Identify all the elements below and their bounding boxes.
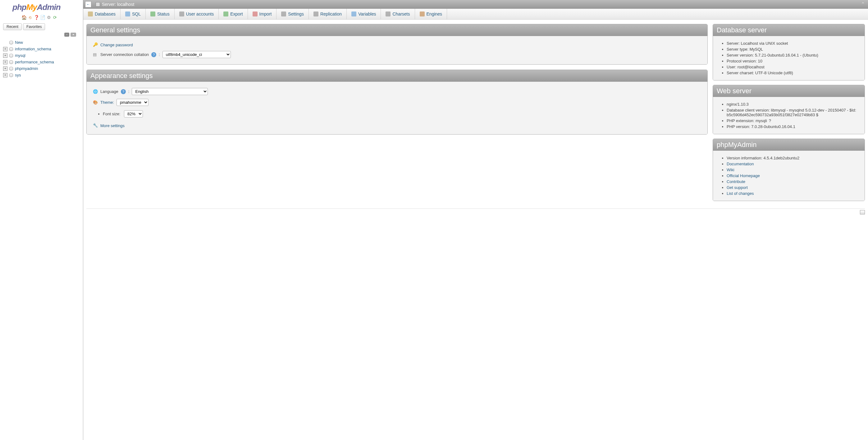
- language-select[interactable]: English: [132, 88, 208, 95]
- expand-icon[interactable]: +: [3, 60, 7, 64]
- pma-link-wiki[interactable]: Wiki: [727, 167, 735, 172]
- panel-title: Web server: [713, 85, 865, 97]
- tab-label: Import: [259, 11, 272, 17]
- language-label: Language: [100, 89, 118, 94]
- tree-db-sys[interactable]: +sys: [3, 72, 80, 78]
- sql-doc-icon[interactable]: 📄: [40, 14, 45, 20]
- tree-new[interactable]: New: [3, 39, 80, 46]
- collation-select[interactable]: utf8mb4_unicode_ci: [162, 51, 231, 58]
- topbar: ← Server: localhost ⌃: [83, 0, 868, 9]
- tab-settings[interactable]: Settings: [277, 9, 309, 19]
- help-icon[interactable]: ?: [151, 52, 156, 57]
- docs-icon[interactable]: ❓: [34, 14, 39, 20]
- expand-icon[interactable]: +: [3, 47, 7, 51]
- tab-user-accounts[interactable]: User accounts: [175, 9, 219, 19]
- general-settings-panel: General settings 🔑 Change password ▤ Ser…: [86, 24, 708, 65]
- main: ← Server: localhost ⌃ DatabasesSQLStatus…: [83, 0, 868, 440]
- database-icon: [9, 54, 14, 58]
- tab-replication[interactable]: Replication: [309, 9, 347, 19]
- version-info: Version information: 4.5.4.1deb2ubuntu2: [727, 155, 860, 161]
- change-password-link[interactable]: Change password: [100, 42, 133, 47]
- db-label: information_schema: [15, 46, 51, 51]
- tab-sql[interactable]: SQL: [121, 9, 146, 19]
- expand-icon[interactable]: +: [3, 54, 7, 58]
- tab-label: Replication: [320, 11, 342, 17]
- theme-select[interactable]: pmahomme: [117, 99, 149, 106]
- expand-icon[interactable]: +: [3, 66, 7, 71]
- wrench-icon: 🔧: [93, 123, 98, 128]
- database-icon: [88, 11, 93, 17]
- tab-engines[interactable]: Engines: [415, 9, 447, 19]
- panel-title: Database server: [713, 24, 865, 36]
- link-icon[interactable]: ⚭: [70, 33, 76, 37]
- info-item: Server charset: UTF-8 Unicode (utf8): [727, 70, 860, 76]
- sidebar: phpMyAdmin 🏠 ⎋ ❓ 📄 ⚙ ⟳ Recent Favorites …: [0, 0, 83, 440]
- info-item: Server type: MySQL: [727, 46, 860, 52]
- pma-link-get-support[interactable]: Get support: [727, 185, 748, 190]
- tab-export[interactable]: Export: [219, 9, 248, 19]
- tab-import[interactable]: Import: [248, 9, 277, 19]
- panel-title: Appearance settings: [87, 70, 707, 82]
- info-item: Server version: 5.7.21-0ubuntu0.16.04.1 …: [727, 52, 860, 58]
- page-settings-icon[interactable]: ⌃: [861, 1, 865, 7]
- list-item: Documentation: [727, 161, 860, 167]
- tab-label: Status: [157, 11, 169, 17]
- reload-icon[interactable]: ⟳: [52, 14, 58, 20]
- breadcrumb-label: Server: localhost: [102, 2, 134, 7]
- tree-db-mysql[interactable]: +mysql: [3, 52, 80, 59]
- tree-db-phpmyadmin[interactable]: +phpmyadmin: [3, 65, 80, 72]
- tab-label: Databases: [95, 11, 116, 17]
- list-item: Wiki: [727, 167, 860, 173]
- expand-icon[interactable]: +: [3, 73, 7, 77]
- nav-settings-icon[interactable]: ⚙: [46, 14, 52, 20]
- help-icon[interactable]: ?: [121, 89, 126, 94]
- pma-link-list-of-changes[interactable]: List of changes: [727, 191, 754, 196]
- db-server-list: Server: Localhost via UNIX socketServer …: [718, 40, 860, 76]
- logo[interactable]: phpMyAdmin: [0, 0, 83, 14]
- recent-tab[interactable]: Recent: [3, 23, 22, 30]
- panel-title: General settings: [87, 24, 707, 36]
- sidebar-toolbar: 🏠 ⎋ ❓ 📄 ⚙ ⟳: [0, 14, 83, 22]
- fontsize-select[interactable]: 82%: [124, 110, 143, 118]
- logo-php: php: [12, 2, 26, 12]
- db-label: performance_schema: [15, 60, 54, 64]
- tree-db-performance_schema[interactable]: +performance_schema: [3, 59, 80, 65]
- info-item: Database client version: libmysql - mysq…: [727, 107, 860, 118]
- tab-status[interactable]: Status: [146, 9, 175, 19]
- sql-icon: [125, 11, 130, 17]
- help-icon[interactable]: ?: [769, 118, 771, 123]
- tree-db-information_schema[interactable]: +information_schema: [3, 46, 80, 52]
- panel-title: phpMyAdmin: [713, 139, 865, 151]
- favorites-tab[interactable]: Favorites: [23, 23, 45, 30]
- footer: [86, 209, 865, 214]
- tab-variables[interactable]: Variables: [347, 9, 381, 19]
- info-item: User: root@localhost: [727, 64, 860, 70]
- logout-icon[interactable]: ⎋: [27, 14, 33, 20]
- pma-link-official-homepage[interactable]: Official Homepage: [727, 174, 760, 178]
- nav-back-button[interactable]: ←: [85, 1, 91, 7]
- list-item: Official Homepage: [727, 173, 860, 179]
- tab-label: Variables: [358, 11, 376, 17]
- database-icon: [9, 60, 14, 64]
- web-server-list: nginx/1.10.3Database client version: lib…: [718, 101, 860, 130]
- collapse-all-icon[interactable]: −: [64, 33, 69, 37]
- tab-charsets[interactable]: Charsets: [381, 9, 415, 19]
- pma-list: Version information: 4.5.4.1deb2ubuntu2D…: [718, 155, 860, 196]
- recent-favorites-tabs: Recent Favorites: [0, 22, 83, 32]
- left-column: General settings 🔑 Change password ▤ Ser…: [86, 24, 708, 201]
- tab-databases[interactable]: Databases: [83, 9, 121, 19]
- pma-link-documentation[interactable]: Documentation: [727, 162, 754, 166]
- tab-label: Settings: [288, 11, 304, 17]
- menubar: DatabasesSQLStatusUser accountsExportImp…: [83, 9, 868, 20]
- pma-link-contribute[interactable]: Contribute: [727, 179, 745, 184]
- import-icon: [253, 11, 257, 17]
- theme-icon: 🎨: [93, 100, 98, 105]
- breadcrumb[interactable]: Server: localhost: [93, 1, 137, 8]
- home-icon[interactable]: 🏠: [21, 14, 27, 20]
- theme-label[interactable]: Theme:: [100, 100, 114, 105]
- console-toggle-icon[interactable]: [860, 210, 865, 214]
- tab-label: Export: [230, 11, 243, 17]
- list-item: Get support: [727, 185, 860, 190]
- list-item: Contribute: [727, 179, 860, 185]
- more-settings-link[interactable]: More settings: [100, 123, 125, 128]
